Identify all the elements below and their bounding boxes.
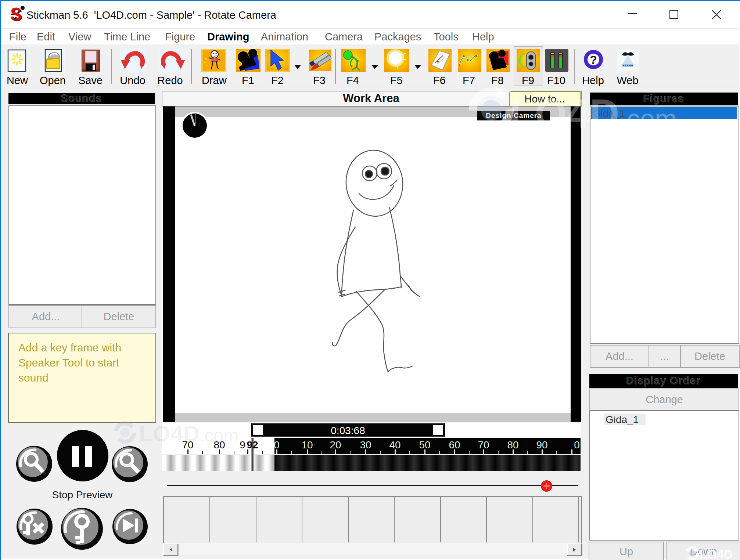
svg-text:?: ? [590, 53, 597, 66]
